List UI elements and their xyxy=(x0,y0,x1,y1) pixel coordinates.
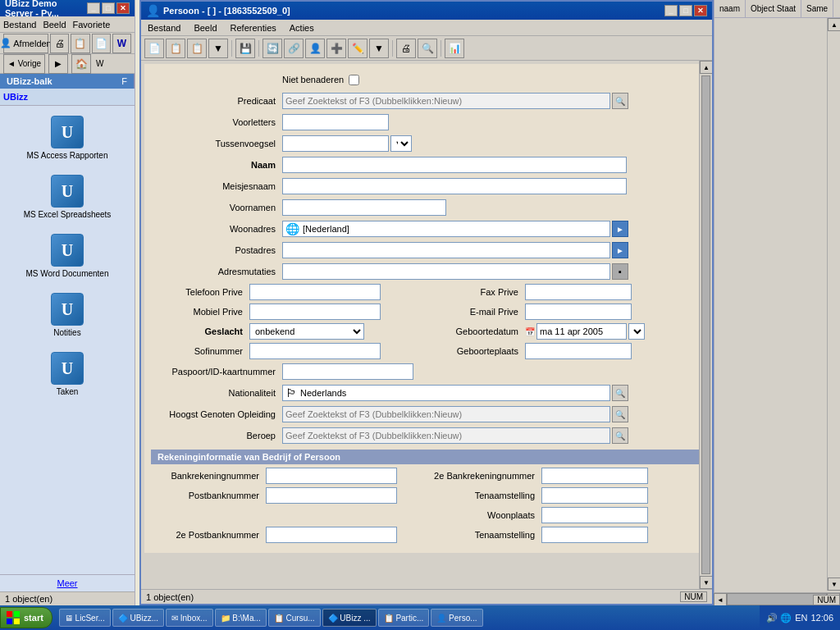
sidebar-btn2[interactable]: 📋 xyxy=(71,34,89,53)
beroep-search-btn[interactable]: 🔍 xyxy=(612,427,628,444)
telefoon-input[interactable] xyxy=(249,284,381,300)
menu-referenties[interactable]: Referenties xyxy=(227,22,280,34)
tb-dropdown-btn[interactable]: ▼ xyxy=(208,39,228,58)
taskbar-item-inbox[interactable]: ✉ Inbox... xyxy=(166,609,213,627)
scroll-up-btn[interactable]: ▲ xyxy=(700,61,712,74)
postadres-arrow-btn[interactable]: ► xyxy=(612,242,628,258)
meisjesnaam-input[interactable] xyxy=(282,178,627,194)
window-close-btn[interactable]: ✕ xyxy=(694,5,707,16)
tenaamstelling2-input[interactable] xyxy=(541,527,648,543)
sidebar-btn3[interactable]: 📄 xyxy=(92,34,111,53)
window-minimize-btn[interactable]: _ xyxy=(664,5,678,16)
taskbar-item-ubizz2[interactable]: 🔷 UBizz ... xyxy=(322,609,377,627)
taskbar-item-bma[interactable]: 📁 B:\Ma... xyxy=(215,609,267,627)
voornamen-input[interactable] xyxy=(282,199,446,216)
right-scrollbar[interactable]: ▲ ▼ xyxy=(827,18,840,591)
nationaliteit-input[interactable]: 🏳 Nederlands xyxy=(282,385,610,401)
sidebar-menu-favoriete[interactable]: Favoriete xyxy=(73,20,111,30)
sofi-input[interactable] xyxy=(249,343,381,359)
scroll-thumb[interactable] xyxy=(701,75,710,574)
tb-search-btn[interactable]: 🔍 xyxy=(418,39,437,58)
tb-person-btn[interactable]: 👤 xyxy=(305,39,325,58)
tb-link-btn[interactable]: 🔗 xyxy=(284,39,304,58)
tb-refresh-btn[interactable]: 🔄 xyxy=(262,39,282,58)
opleiding-search-btn[interactable]: 🔍 xyxy=(612,406,628,422)
tb-dropdown2-btn[interactable]: ▼ xyxy=(369,39,389,58)
beroep-input[interactable] xyxy=(282,427,610,444)
menu-bestand[interactable]: Bestand xyxy=(144,22,184,34)
taskbar-item-ubizz[interactable]: 🔷 UBizz... xyxy=(112,609,164,627)
sidebar-item-notities[interactable]: U Notities xyxy=(18,290,116,340)
postbank2-input[interactable] xyxy=(266,527,397,543)
right-scroll-up[interactable]: ▲ xyxy=(828,18,840,31)
postadres-input[interactable] xyxy=(282,242,610,258)
woonplaats-input[interactable] xyxy=(541,507,648,523)
sidebar-menu-bestand[interactable]: Bestand xyxy=(3,20,36,30)
tb-print-btn[interactable]: 🖨 xyxy=(396,39,416,58)
sidebar-item-access[interactable]: U MS Access Rapporten xyxy=(18,112,116,163)
form-scroll-area[interactable]: Niet benaderen Predicaat 🔍 Voorletters T… xyxy=(141,61,712,589)
geboortedatum-dropdown[interactable]: ▼ xyxy=(628,323,645,340)
nav-back-btn[interactable]: ◄ Vorige xyxy=(3,54,45,74)
tb-add-btn[interactable]: ➕ xyxy=(326,39,346,58)
right-hscroll-thumb[interactable] xyxy=(727,593,827,605)
taskbar-item-perso[interactable]: 👤 Perso... xyxy=(431,609,482,627)
sidebar-menu-beeld[interactable]: Beeld xyxy=(43,20,66,30)
start-button[interactable]: start xyxy=(0,607,52,628)
tb-extra-btn[interactable]: 📊 xyxy=(445,39,464,58)
tb-copy-btn[interactable]: 📋 xyxy=(166,39,185,58)
predicaat-search-btn[interactable]: 🔍 xyxy=(612,93,628,109)
opleiding-input[interactable] xyxy=(282,406,610,422)
fax-input[interactable] xyxy=(525,284,632,300)
geboortedatum-input[interactable] xyxy=(536,323,627,340)
predicaat-input[interactable] xyxy=(282,93,610,109)
geslacht-select[interactable]: onbekend xyxy=(249,323,364,340)
paspoort-input[interactable] xyxy=(282,363,413,380)
right-tab-same[interactable]: Same xyxy=(801,0,833,17)
sidebar-afmelden-btn[interactable]: 👤 Afmelden xyxy=(3,34,48,53)
taskbar-item-partic[interactable]: 📋 Partic... xyxy=(378,609,430,627)
ubizz-top-item[interactable]: UBizz xyxy=(0,89,135,106)
tussenvoegsel-input[interactable] xyxy=(282,135,389,152)
nav-home-btn[interactable]: 🏠 xyxy=(71,54,91,74)
sidebar-close-btn[interactable]: ✕ xyxy=(116,2,130,14)
adresmutaties-btn[interactable]: ▪ xyxy=(612,263,628,280)
taskbar-item-licser[interactable]: 🖥 LicSer... xyxy=(59,609,111,627)
sidebar-tab-f[interactable]: F xyxy=(115,74,135,89)
right-scroll-down[interactable]: ▼ xyxy=(828,578,840,591)
sidebar-item-taken[interactable]: U Taken xyxy=(18,349,116,399)
bankrek-input[interactable] xyxy=(266,468,397,484)
right-tab-naam[interactable]: naam xyxy=(714,0,746,17)
sidebar-item-excel[interactable]: U MS Excel Spreadsheets xyxy=(18,171,116,222)
nav-fwd-btn[interactable]: ▶ xyxy=(48,54,68,74)
niet-benaderen-checkbox[interactable] xyxy=(349,75,359,85)
voorletters-input[interactable] xyxy=(282,114,389,130)
right-scroll-left[interactable]: ◄ xyxy=(714,593,727,606)
tb-new-btn[interactable]: 📄 xyxy=(144,39,164,58)
sidebar-restore-btn[interactable]: □ xyxy=(102,2,115,14)
scroll-down-btn[interactable]: ▼ xyxy=(700,576,712,589)
sidebar-minimize-btn[interactable]: _ xyxy=(87,2,100,14)
tenaamstelling-input[interactable] xyxy=(541,487,648,504)
right-tab-object-staat[interactable]: Object Staat xyxy=(746,0,801,17)
woonadres-arrow-btn[interactable]: ► xyxy=(612,221,628,237)
sidebar-item-word[interactable]: U MS Word Documenten xyxy=(18,231,116,281)
mobiel-input[interactable] xyxy=(249,304,381,320)
bankrek2-input[interactable] xyxy=(541,468,648,484)
geboorteplaats-input[interactable] xyxy=(525,343,632,359)
email-input[interactable] xyxy=(525,304,632,320)
woonadres-input[interactable]: 🌐 [Nederland] xyxy=(282,221,610,237)
taskbar-item-cursu[interactable]: 📋 Cursu... xyxy=(268,609,321,627)
form-scrollbar[interactable]: ▲ ▼ xyxy=(699,61,712,589)
tb-copy2-btn[interactable]: 📋 xyxy=(187,39,207,58)
adresmutaties-input[interactable] xyxy=(282,263,610,280)
menu-beeld[interactable]: Beeld xyxy=(190,22,220,34)
naam-input[interactable] xyxy=(282,157,627,173)
tussenvoegsel-select[interactable]: ▼ xyxy=(390,135,412,152)
postbank-input[interactable] xyxy=(266,487,397,504)
nationaliteit-search-btn[interactable]: 🔍 xyxy=(612,385,628,401)
sidebar-print-btn[interactable]: 🖨 xyxy=(50,34,69,53)
menu-acties[interactable]: Acties xyxy=(286,22,317,34)
sidebar-w-btn[interactable]: W xyxy=(112,34,131,53)
tb-save-btn[interactable]: 💾 xyxy=(235,39,255,58)
